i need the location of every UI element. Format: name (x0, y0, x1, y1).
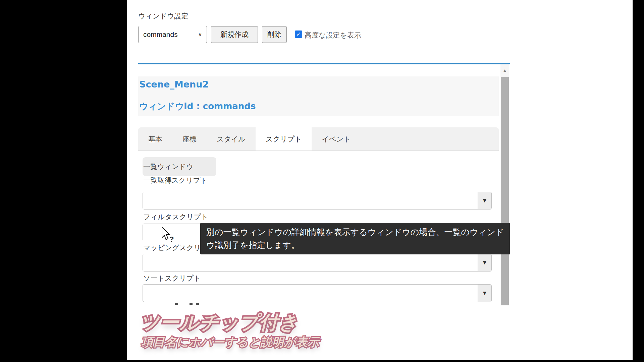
letterbox-right (633, 0, 644, 362)
field-label-sort-script[interactable]: ソートスクリプト (143, 274, 201, 283)
dropdown-arrow-icon: ▼ (482, 259, 488, 266)
checkmark-icon: ✓ (296, 31, 301, 38)
tab-style[interactable]: スタイル (207, 127, 256, 150)
screen: ウィンドウ設定 commands ∨ 新規作成 削除 ✓ 高度な設定を表示 Sc… (0, 0, 644, 362)
field-label-list-fetch-script[interactable]: 一覧取得スクリプト (143, 176, 207, 185)
editor-heading-panel: Scene_Menu2 ウィンドウId : commands (138, 76, 499, 116)
tab-coordinates[interactable]: 座標 (172, 127, 207, 150)
delete-button[interactable]: 削除 (262, 26, 287, 43)
dropdown-button[interactable]: ▼ (478, 254, 491, 271)
window-select-value: commands (143, 31, 178, 39)
dropdown-arrow-icon: ▼ (482, 197, 488, 204)
advanced-settings-label: 高度な設定を表示 (305, 31, 361, 40)
tab-event[interactable]: イベント (312, 127, 361, 150)
list-fetch-script-select[interactable]: ▼ (143, 192, 492, 209)
tooltip-line-1: 別の一覧ウィンドウの詳細情報を表示するウィンドウの場合、一覧のウィンド (206, 226, 510, 239)
svg-text:?: ? (169, 235, 174, 243)
dropdown-button[interactable]: ▼ (478, 285, 491, 302)
scrollbar-thumb[interactable] (501, 77, 509, 305)
sort-script-select[interactable]: ▼ (143, 284, 492, 302)
editor-scroll-area: Scene_Menu2 ウィンドウId : commands 基本 座標 スタイ… (138, 64, 510, 305)
tab-script[interactable]: スクリプト (256, 127, 312, 150)
tooltip-line-2: ウ識別子を指定します。 (206, 239, 510, 252)
window-settings-label: ウィンドウ設定 (138, 11, 188, 21)
app-page: ウィンドウ設定 commands ∨ 新規作成 削除 ✓ 高度な設定を表示 Sc… (127, 0, 633, 360)
advanced-settings-checkbox[interactable]: ✓ (295, 31, 302, 38)
field-label-list-window[interactable]: 一覧ウィンドウ (143, 162, 193, 171)
field-label-filter-script[interactable]: フィルタスクリプト (143, 212, 208, 222)
dropdown-button[interactable]: ▼ (478, 192, 491, 209)
stamp-subtitle: 項目名にホバーすると説明が表示 (142, 335, 320, 350)
create-new-button[interactable]: 新規作成 (211, 26, 258, 43)
window-id-heading: ウィンドウId : commands (139, 101, 256, 112)
window-select[interactable]: commands ∨ (138, 26, 207, 43)
letterbox-bottom (0, 360, 644, 362)
scene-title: Scene_Menu2 (139, 79, 209, 89)
letterbox-left (0, 0, 127, 362)
help-cursor-icon: ? (161, 227, 177, 246)
tab-bar: 基本 座標 スタイル スクリプト イベント (138, 127, 499, 151)
dropdown-arrow-icon: ▼ (482, 290, 488, 297)
mapping-script-select[interactable]: ▼ (143, 254, 492, 272)
help-tooltip: 別の一覧ウィンドウの詳細情報を表示するウィンドウの場合、一覧のウィンド ウ識別子… (200, 223, 510, 254)
tab-basic[interactable]: 基本 (138, 127, 172, 150)
vertical-scrollbar[interactable]: ▲ (500, 64, 509, 305)
scrollbar-up-icon[interactable]: ▲ (500, 64, 509, 76)
stamp-title: ツールチップ付き (140, 310, 299, 336)
clipped-next-field-label (175, 303, 276, 305)
chevron-down-icon: ∨ (198, 32, 202, 38)
